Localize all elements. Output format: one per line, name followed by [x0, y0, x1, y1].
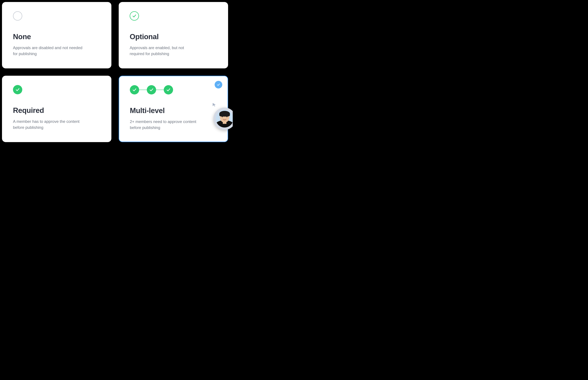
card-description: A member has to approve the content befo… — [13, 118, 83, 131]
card-title: Required — [13, 106, 102, 114]
card-icon-zone — [13, 84, 102, 95]
option-card-none[interactable]: None Approvals are disabled and not need… — [2, 2, 111, 68]
step-connector — [156, 90, 164, 90]
multi-step-check-icon — [130, 85, 173, 95]
step-check-icon — [164, 85, 173, 95]
card-icon-zone — [130, 10, 218, 21]
card-icon-zone — [130, 84, 218, 95]
option-card-optional[interactable]: Optional Approvals are enabled, but not … — [119, 2, 228, 68]
empty-circle-icon — [13, 11, 22, 20]
option-card-required[interactable]: Required A member has to approve the con… — [2, 76, 111, 142]
collaborator-cursor — [213, 108, 233, 130]
card-description: Approvals are enabled, but not required … — [130, 45, 199, 57]
avatar — [213, 108, 233, 130]
card-description: 2+ members need to approve content befor… — [130, 119, 200, 131]
approval-options-grid: None Approvals are disabled and not need… — [0, 0, 233, 144]
step-check-icon — [147, 85, 156, 95]
filled-check-icon — [13, 85, 22, 94]
card-description: Approvals are disabled and not needed fo… — [13, 45, 83, 57]
card-icon-zone — [13, 10, 102, 21]
card-title: Optional — [130, 33, 218, 41]
selected-badge-icon — [215, 81, 222, 89]
outline-check-icon — [130, 11, 139, 20]
card-title: None — [13, 33, 102, 41]
option-card-multi-level[interactable]: Multi-level 2+ members need to approve c… — [119, 76, 228, 142]
step-check-icon — [130, 85, 139, 95]
card-title: Multi-level — [130, 106, 218, 115]
step-connector — [139, 90, 147, 90]
